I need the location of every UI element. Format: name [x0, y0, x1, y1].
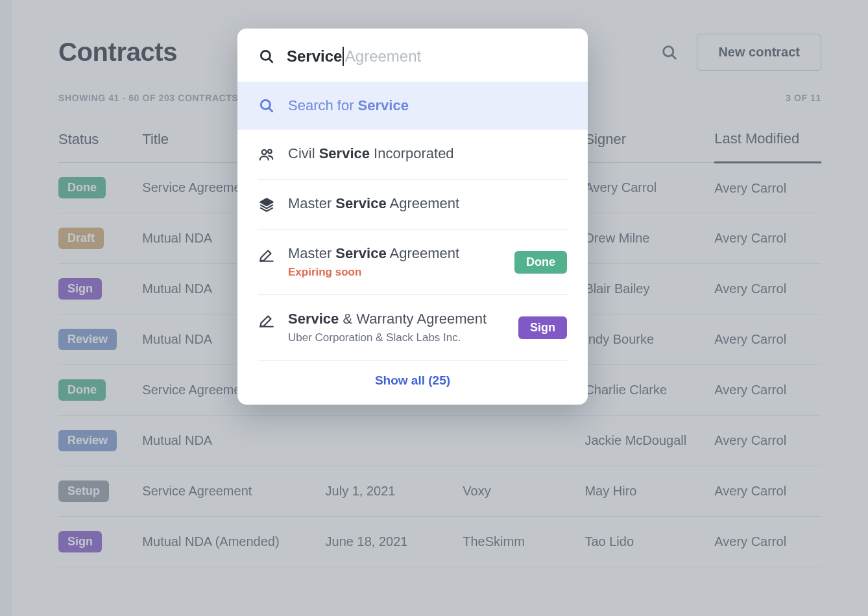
svg-point-6	[262, 150, 267, 154]
search-results-list: Civil Service IncorporatedMaster Service…	[237, 130, 588, 361]
result-title: Civil Service Incorporated	[288, 145, 567, 162]
search-input[interactable]: Service Agreement	[287, 47, 421, 66]
edit-icon	[258, 246, 275, 263]
svg-line-3	[269, 58, 272, 62]
result-body: Master Service AgreementExpiring soon	[288, 245, 501, 279]
search-for-term: Service	[358, 97, 409, 113]
search-modal: Service Agreement Search for Service Civ…	[237, 29, 588, 405]
result-title: Service & Warranty Agreement	[288, 311, 505, 327]
search-modal-footer: Show all (25)	[237, 361, 588, 405]
search-icon	[258, 97, 275, 114]
search-icon	[258, 48, 275, 65]
result-subtitle: Expiring soon	[288, 266, 501, 279]
search-result-item[interactable]: Master Service Agreement	[258, 180, 567, 230]
svg-point-7	[268, 150, 272, 154]
edit-icon	[258, 312, 275, 329]
show-all-link[interactable]: Show all (25)	[375, 373, 450, 387]
search-for-prefix: Search for	[288, 97, 358, 113]
search-result-item[interactable]: Master Service AgreementExpiring soonDon…	[258, 230, 567, 295]
result-badge: Done	[514, 251, 567, 274]
result-title: Master Service Agreement	[288, 245, 501, 262]
text-cursor	[343, 47, 343, 66]
result-body: Master Service Agreement	[288, 195, 567, 212]
result-body: Service & Warranty AgreementUber Corpora…	[288, 311, 505, 344]
search-ghost-text: Agreement	[345, 47, 421, 65]
search-for-text: Search for Service	[288, 97, 409, 114]
search-result-item[interactable]: Service & Warranty AgreementUber Corpora…	[258, 295, 567, 361]
search-for-suggestion[interactable]: Search for Service	[237, 82, 588, 130]
people-icon	[258, 147, 275, 163]
result-body: Civil Service Incorporated	[288, 145, 567, 162]
search-result-item[interactable]: Civil Service Incorporated	[258, 130, 567, 180]
layers-icon	[258, 196, 275, 213]
result-subtitle: Uber Corporation & Slack Labs Inc.	[288, 331, 505, 344]
search-input-row[interactable]: Service Agreement	[237, 29, 588, 82]
svg-marker-8	[260, 198, 273, 206]
svg-line-5	[269, 108, 272, 111]
search-typed-text: Service	[287, 47, 342, 65]
result-badge: Sign	[518, 316, 567, 339]
result-title: Master Service Agreement	[288, 195, 567, 212]
